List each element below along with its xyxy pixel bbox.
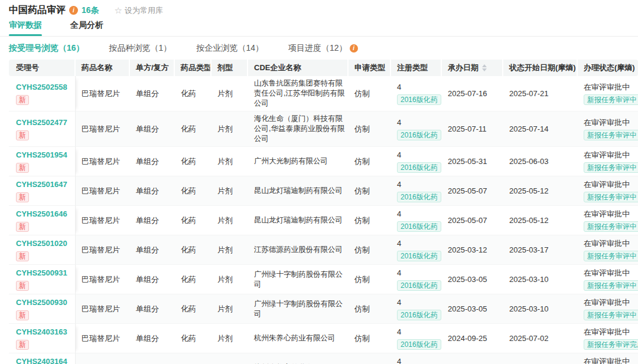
table-row[interactable]: CYHS2502477 新 巴瑞替尼片 单组分 化药 片剂 海化生命（厦门）科技…	[9, 112, 638, 147]
handling-status-cell: 在审评审批中 新报任务审评中	[578, 235, 638, 265]
table-row[interactable]: CYHS2501646 新 巴瑞替尼片 单组分 化药 片剂 昆山龙灯瑞迪制药有限…	[9, 206, 638, 235]
status-start-date-cell: 2025-07-21	[503, 76, 578, 112]
registration-type-badge: 2016版化药	[397, 221, 441, 232]
status-start-date-cell: 2025-06-03	[503, 147, 578, 176]
filter-by-company[interactable]: 按企业浏览（14）	[196, 43, 263, 54]
table-row[interactable]: CYHS2403164 新 巴瑞替尼片 单组分 化药 片剂 杭州朱养心药业有限公…	[9, 353, 638, 364]
tab-bar: 审评数据 全局分析	[0, 19, 638, 37]
status-start-date-cell: 2025-05-12	[503, 176, 578, 206]
col-dosage-form: 剂型	[211, 60, 248, 76]
status-text: 在审评审批中	[584, 82, 634, 92]
table-row[interactable]: CYHS2502558 新 巴瑞替尼片 单组分 化药 片剂 山东鲁抗医药集团赛特…	[9, 76, 638, 112]
compound-type-cell: 单组分	[130, 147, 175, 176]
acceptance-number-link[interactable]: CYHS2501020	[16, 238, 71, 248]
handling-status-cell: 在审评审批中 新报任务审评中	[578, 147, 638, 176]
registration-type-badge: 2016版化药	[397, 192, 441, 202]
status-badge: 新报任务审评中	[584, 192, 638, 202]
status-text: 在审评审批中	[584, 117, 634, 127]
registration-type-badge: 2016版化药	[397, 162, 441, 173]
dosage-form-cell: 片剂	[211, 294, 248, 324]
filter-by-acceptance-no[interactable]: 按受理号浏览（16）	[9, 43, 84, 54]
drug-type-cell: 化药	[175, 353, 211, 364]
acceptance-date-cell: 2025-07-11	[442, 112, 503, 147]
table-row[interactable]: CYHS2501020 新 巴瑞替尼片 单组分 化药 片剂 江苏德源药业股份有限…	[9, 235, 638, 265]
col-label: 申请类型	[354, 63, 385, 73]
info-icon[interactable]: i	[69, 6, 78, 15]
acceptance-number-link[interactable]: CYHS2501646	[16, 209, 71, 219]
tab-global-analysis[interactable]: 全局分析	[70, 19, 103, 36]
registration-type-cell: 4 2016版化药	[391, 324, 442, 353]
drug-name-cell: 巴瑞替尼片	[76, 294, 130, 324]
col-label: 状态开始日期(摩熵)	[509, 63, 576, 73]
status-text: 在审评审批中	[584, 179, 634, 189]
new-badge: 新	[16, 130, 29, 140]
drug-name-cell: 巴瑞替尼片	[76, 147, 130, 176]
drug-name-cell: 巴瑞替尼片	[76, 176, 130, 206]
table-row[interactable]: CYHS2500930 新 巴瑞替尼片 单组分 化药 片剂 广州绿十字制药股份有…	[9, 294, 638, 324]
company-cell: 杭州朱养心药业有限公司	[248, 324, 349, 353]
table-row[interactable]: CYHS2403163 新 巴瑞替尼片 单组分 化药 片剂 杭州朱养心药业有限公…	[9, 324, 638, 353]
compound-type-cell: 单组分	[130, 235, 175, 265]
acceptance-number-link[interactable]: CYHS2501954	[16, 150, 71, 160]
acceptance-number-link[interactable]: CYHS2403164	[16, 356, 71, 364]
acceptance-number-link[interactable]: CYHS2500930	[16, 297, 71, 307]
status-badge: 新报任务审评中	[584, 162, 638, 173]
status-badge: 新报任务审评中	[584, 130, 638, 140]
table-row[interactable]: CYHS2501954 新 巴瑞替尼片 单组分 化药 片剂 广州大光制药有限公司…	[9, 147, 638, 176]
drug-type-cell: 化药	[175, 112, 211, 147]
registration-type-badge: 2016版化药	[397, 94, 441, 105]
col-label: 药品类型	[181, 63, 211, 73]
col-label: 受理号	[16, 63, 39, 73]
drug-name-cell: 巴瑞替尼片	[76, 353, 130, 364]
status-badge: 新报任务审评中	[584, 280, 638, 291]
company-cell: 山东鲁抗医药集团赛特有限责任公司,江苏华阳制药有限公司	[248, 76, 349, 112]
drug-type-cell: 化药	[175, 76, 211, 112]
col-label: 单方/复方	[136, 63, 169, 73]
drug-name-cell: 巴瑞替尼片	[76, 265, 130, 294]
status-badge: 新报任务审评完成	[584, 339, 638, 350]
acceptance-no-cell: CYHS2501954 新	[9, 147, 76, 176]
acceptance-number-link[interactable]: CYHS2501647	[16, 179, 71, 189]
company-cell: 广州绿十字制药股份有限公司	[248, 294, 349, 324]
new-badge: 新	[16, 222, 29, 232]
company-cell: 昆山龙灯瑞迪制药有限公司	[248, 206, 349, 235]
acceptance-no-cell: CYHS2502477 新	[9, 112, 76, 147]
acceptance-number-link[interactable]: CYHS2502558	[16, 82, 71, 92]
col-cde-company: CDE企业名称	[248, 60, 349, 76]
drug-type-cell: 化药	[175, 265, 211, 294]
acceptance-no-cell: CYHS2501646 新	[9, 206, 76, 235]
favorite-toggle[interactable]: ☆ 设为常用库	[115, 5, 163, 16]
page-header: 中国药品审评 i 16条 ☆ 设为常用库	[0, 0, 638, 19]
acceptance-number-link[interactable]: CYHS2502477	[16, 117, 71, 127]
drug-type-cell: 化药	[175, 324, 211, 353]
registration-type-number: 4	[397, 82, 438, 92]
table-row[interactable]: CYHS2501647 新 巴瑞替尼片 单组分 化药 片剂 昆山龙灯瑞迪制药有限…	[9, 176, 638, 206]
compound-type-cell: 单组分	[130, 265, 175, 294]
col-handling-status: 办理状态(摩熵)	[578, 60, 638, 76]
table-row[interactable]: CYHS2500931 新 巴瑞替尼片 单组分 化药 片剂 广州绿十字制药股份有…	[9, 265, 638, 294]
acceptance-number-link[interactable]: CYHS2500931	[16, 268, 71, 278]
status-start-date-cell: 2025-07-02	[503, 324, 578, 353]
application-type-cell: 仿制	[349, 147, 391, 176]
acceptance-date-cell: 2024-09-25	[442, 353, 503, 364]
handling-status-cell: 在审评审批中 新报任务审评完成	[578, 324, 638, 353]
application-type-cell: 仿制	[349, 294, 391, 324]
status-start-date-cell: 2025-07-14	[503, 112, 578, 147]
drug-type-cell: 化药	[175, 235, 211, 265]
acceptance-number-link[interactable]: CYHS2403163	[16, 327, 71, 337]
info-icon[interactable]: i	[350, 44, 358, 53]
tab-review-data[interactable]: 审评数据	[9, 19, 42, 36]
status-start-date-cell: 2025-03-17	[503, 235, 578, 265]
col-drug-type: 药品类型	[175, 60, 211, 76]
new-badge: 新	[16, 95, 29, 105]
filter-by-variety[interactable]: 按品种浏览（1）	[109, 43, 172, 54]
new-badge: 新	[16, 310, 29, 320]
status-start-date-cell: 2025-03-10	[503, 265, 578, 294]
col-compound-type: 单方/复方	[130, 60, 175, 76]
filter-project-progress[interactable]: 项目进度（12） i	[288, 43, 358, 54]
handling-status-cell: 在审评审批中 新报任务审评完成	[578, 353, 638, 364]
acceptance-no-cell: CYHS2501647 新	[9, 176, 76, 206]
status-start-date-cell: 2025-07-02	[503, 353, 578, 364]
sort-icon[interactable]	[482, 64, 487, 71]
drug-type-cell: 化药	[175, 176, 211, 206]
